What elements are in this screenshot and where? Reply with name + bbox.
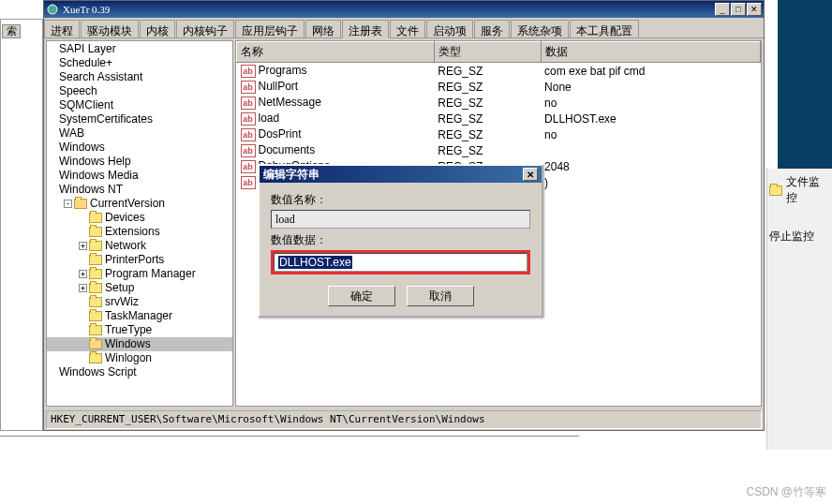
table-row[interactable]: abProgramsREG_SZcom exe bat pif cmd xyxy=(237,63,761,80)
expand-icon[interactable]: + xyxy=(79,284,87,292)
folder-icon xyxy=(89,283,102,293)
tab-8[interactable]: 启动项 xyxy=(426,20,473,37)
column-header[interactable]: 数据 xyxy=(541,42,760,63)
tree-item[interactable]: -CurrentVersion xyxy=(47,197,232,211)
tab-bar: 进程驱动模块内核内核钩子应用层钩子网络注册表文件启动项服务系统杂项本工具配置 xyxy=(44,18,764,38)
expand-icon[interactable]: + xyxy=(79,270,87,278)
tree-label: Windows NT xyxy=(59,183,123,197)
tree-label: PrinterPorts xyxy=(105,253,164,267)
tree-label: srvWiz xyxy=(105,295,139,309)
app-icon xyxy=(46,3,59,16)
tree-item[interactable]: Devices xyxy=(47,211,232,225)
tree-item[interactable]: Windows NT xyxy=(47,183,232,197)
folder-icon xyxy=(89,353,102,363)
folder-icon xyxy=(89,297,102,307)
string-value-icon: ab xyxy=(241,144,256,157)
cancel-button[interactable]: 取消 xyxy=(407,286,474,306)
column-header[interactable]: 类型 xyxy=(434,42,541,63)
tab-10[interactable]: 系统杂项 xyxy=(511,20,569,37)
tree-item[interactable]: Winlogon xyxy=(47,351,232,365)
tree-item[interactable]: Windows Script xyxy=(47,365,232,379)
string-value-icon: ab xyxy=(241,112,256,126)
expand-icon[interactable]: + xyxy=(79,242,87,250)
tab-9[interactable]: 服务 xyxy=(474,20,510,37)
dialog-titlebar[interactable]: 编辑字符串 ✕ xyxy=(260,166,542,183)
tree-item[interactable]: Windows xyxy=(47,337,232,351)
tree-item[interactable]: Extensions xyxy=(47,225,232,239)
string-value-icon: ab xyxy=(241,160,256,173)
tree-item[interactable]: Windows Help xyxy=(47,155,232,169)
table-row[interactable]: abloadREG_SZDLLHOST.exe xyxy=(237,111,761,126)
tree-item[interactable]: Search Assistant xyxy=(47,70,232,84)
window-title: XueTr 0.39 xyxy=(63,4,711,15)
folder-icon xyxy=(89,269,102,279)
folder-icon xyxy=(89,227,102,237)
tab-2[interactable]: 内核 xyxy=(140,20,175,37)
folder-icon xyxy=(89,213,102,223)
string-value-icon: ab xyxy=(241,65,256,78)
minimize-button[interactable]: _ xyxy=(715,3,730,16)
tree-label: Program Manager xyxy=(105,267,196,281)
watermark: CSDN @竹等寒 xyxy=(746,484,826,500)
tree-item[interactable]: SQMClient xyxy=(47,98,232,112)
status-bar: HKEY_CURRENT_USER\Software\Microsoft\Win… xyxy=(46,410,762,429)
tree-label: Winlogon xyxy=(105,351,152,365)
table-row[interactable]: abNullPortREG_SZNone xyxy=(237,79,761,95)
tab-3[interactable]: 内核钩子 xyxy=(176,20,234,37)
maximize-button[interactable]: □ xyxy=(731,3,746,16)
string-value-icon: ab xyxy=(241,81,256,94)
tree-label: Network xyxy=(105,239,146,253)
tree-label: TaskManager xyxy=(105,309,172,323)
tree-item[interactable]: WAB xyxy=(47,126,232,141)
tree-label: Windows xyxy=(59,141,105,155)
tab-0[interactable]: 进程 xyxy=(44,20,80,37)
tab-11[interactable]: 本工具配置 xyxy=(570,20,639,37)
tree-item[interactable]: srvWiz xyxy=(47,295,232,309)
tree-item[interactable]: SystemCertificates xyxy=(47,112,232,126)
value-data-input[interactable]: DLLHOST.exe xyxy=(274,253,527,272)
string-value-icon: ab xyxy=(241,128,256,141)
tree-label: SystemCertificates xyxy=(59,112,153,126)
tree-item[interactable]: Speech xyxy=(47,84,232,98)
left-toolbar-label: 索 xyxy=(2,24,21,38)
tree-item[interactable]: +Network xyxy=(47,239,232,253)
folder-icon xyxy=(89,241,102,251)
tab-5[interactable]: 网络 xyxy=(305,20,341,37)
tree-item[interactable]: TrueType xyxy=(47,323,232,337)
tab-7[interactable]: 文件 xyxy=(390,20,425,37)
column-header[interactable]: 名称 xyxy=(237,42,435,63)
tree-label: SAPI Layer xyxy=(59,42,116,56)
tree-item[interactable]: PrinterPorts xyxy=(47,253,232,267)
stop-monitor-item[interactable]: 停止监控 xyxy=(769,227,830,246)
titlebar[interactable]: XueTr 0.39 _ □ ✕ xyxy=(44,1,764,18)
tree-item[interactable]: Windows xyxy=(47,141,232,155)
tree-item[interactable]: Schedule+ xyxy=(47,56,232,70)
edit-string-dialog: 编辑字符串 ✕ 数值名称： 数值数据： DLLHOST.exe 确定 取消 xyxy=(258,164,543,318)
tree-label: Windows Media xyxy=(59,169,139,183)
tree-item[interactable]: SAPI Layer xyxy=(47,42,232,56)
tree-item[interactable]: TaskManager xyxy=(47,309,232,323)
folder-icon xyxy=(89,311,102,321)
tree-label: WAB xyxy=(59,126,84,141)
tree-item[interactable]: +Setup xyxy=(47,281,232,295)
table-row[interactable]: abDocumentsREG_SZ xyxy=(237,142,761,158)
tree-label: Setup xyxy=(105,281,134,295)
tab-4[interactable]: 应用层钩子 xyxy=(235,20,305,37)
table-row[interactable]: abDosPrintREG_SZno xyxy=(237,126,761,142)
tree-item[interactable]: +Program Manager xyxy=(47,267,232,281)
table-row[interactable]: abNetMessageREG_SZno xyxy=(237,95,761,111)
tree-item[interactable]: Windows Media xyxy=(47,169,232,183)
tree-label: SQMClient xyxy=(59,98,113,112)
file-monitor-label: 文件监控 xyxy=(786,174,830,206)
tree-label: Schedule+ xyxy=(59,56,112,70)
dialog-close-button[interactable]: ✕ xyxy=(523,168,538,181)
tab-1[interactable]: 驱动模块 xyxy=(81,20,139,37)
close-button[interactable]: ✕ xyxy=(747,3,762,16)
registry-tree[interactable]: SAPI LayerSchedule+Search AssistantSpeec… xyxy=(46,40,233,407)
folder-icon xyxy=(74,199,87,209)
ok-button[interactable]: 确定 xyxy=(328,286,395,306)
tab-6[interactable]: 注册表 xyxy=(342,20,389,38)
file-monitor-item[interactable]: 文件监控 xyxy=(769,172,830,208)
collapse-icon[interactable]: - xyxy=(64,200,72,208)
svg-point-0 xyxy=(48,5,57,14)
